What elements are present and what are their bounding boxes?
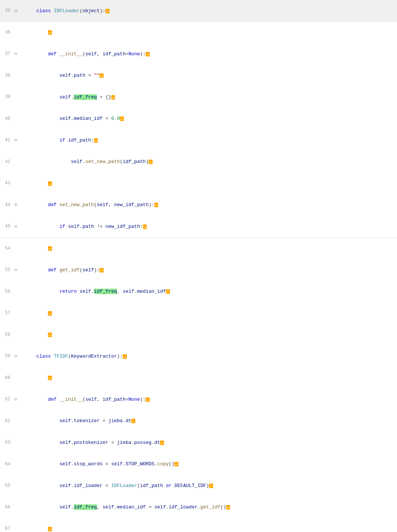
code-line-57: 57 ↵ [0, 302, 397, 324]
code-line-39: 39 self.idf_freq = {}↵ [0, 86, 397, 108]
code-line-42: 42 self.set_new_path(idf_path)↵ [0, 151, 397, 173]
code-line-54: 54 ↵ [0, 238, 397, 260]
fold-button[interactable]: ⊟ [13, 138, 18, 143]
fold-button [13, 310, 18, 316]
code-line-45: 45 ⊟ if self.path != new_idf_path:↵ [0, 216, 397, 238]
line-number: 40 [0, 115, 13, 122]
fold-button[interactable]: ⊟ [13, 397, 18, 402]
line-number: 41 [0, 137, 13, 143]
line-number: 45 [0, 223, 13, 230]
code-line-40: 40 self.median_idf = 0.0↵ [0, 108, 397, 130]
code-line-38: 38 self.path = ""↵ [0, 65, 397, 87]
fold-button[interactable]: ⊟ [13, 51, 18, 57]
line-content: self.postokenizer = jieba.posseg.dt↵ [18, 432, 397, 453]
fold-button [13, 94, 18, 100]
line-content: self.idf_freq, self.median_idf = self.id… [18, 497, 397, 518]
code-line-63: 63 self.postokenizer = jieba.posseg.dt↵ [0, 432, 397, 453]
line-number: 35 [0, 7, 13, 14]
line-content: class TFIDF(KeywordExtractor):↵ [18, 345, 397, 367]
fold-button[interactable]: ⊟ [13, 267, 18, 273]
line-number: 39 [0, 94, 13, 100]
code-line-66: 66 self.idf_freq, self.median_idf = self… [0, 497, 397, 518]
line-content: def __init__(self, idf_path=None):↵ [18, 389, 397, 410]
fold-button [13, 483, 18, 488]
line-content: ↵ [18, 238, 397, 260]
fold-button [13, 181, 18, 186]
fold-button[interactable]: ⊟ [13, 8, 18, 14]
line-content: return self.idf_freq, self.median_idf↵ [18, 281, 397, 303]
fold-button [13, 332, 18, 337]
line-content: def __init__(self, idf_path=None):↵ [18, 43, 397, 65]
line-number: 60 [0, 375, 13, 381]
code-line-41: 41 ⊟ if idf_path:↵ [0, 129, 397, 151]
line-content: ↵ [18, 367, 397, 389]
line-content: self.tokenizer = jieba.dt↵ [18, 410, 397, 432]
fold-button [13, 246, 18, 251]
line-number: 36 [0, 29, 13, 36]
fold-button [13, 159, 18, 164]
code-line-61: 61 ⊟ def __init__(self, idf_path=None):↵ [0, 389, 397, 410]
line-content: self.idf_loader = IDFLoader(idf_path or … [18, 475, 397, 497]
line-number: 61 [0, 396, 13, 403]
line-number: 38 [0, 72, 13, 79]
code-line-44: 44 ⊟ def set_new_path(self, new_idf_path… [0, 194, 397, 216]
fold-button [13, 29, 18, 35]
line-number: 42 [0, 159, 13, 165]
line-number: 65 [0, 482, 13, 489]
code-editor: 35 ⊟ class IDFLoader(object):↵ 36 ↵ 37 ⊟… [0, 0, 397, 532]
fold-button [13, 116, 18, 121]
line-number: 55 [0, 267, 13, 273]
line-number: 58 [0, 331, 13, 338]
fold-button [13, 418, 18, 424]
code-line-65: 65 self.idf_loader = IDFLoader(idf_path … [0, 475, 397, 497]
line-number: 57 [0, 310, 13, 316]
line-number: 54 [0, 245, 13, 252]
code-line-37: 37 ⊟ def __init__(self, idf_path=None):↵ [0, 43, 397, 65]
line-content: class IDFLoader(object):↵ [18, 0, 397, 22]
line-number: 67 [0, 525, 13, 532]
code-line-60: 60 ↵ [0, 367, 397, 389]
code-line-36: 36 ↵ [0, 22, 397, 44]
code-line-58: 58 ↵ [0, 324, 397, 346]
fold-button[interactable]: ⊟ [13, 202, 18, 208]
line-content: if self.path != new_idf_path:↵ [18, 216, 397, 237]
line-content: self.idf_freq = {}↵ [18, 86, 397, 108]
line-content: ↵ [18, 302, 397, 324]
line-number: 56 [0, 288, 13, 295]
line-content: def get_idf(self):↵ [18, 259, 397, 281]
code-line-59: 59 ⊟ class TFIDF(KeywordExtractor):↵ [0, 345, 397, 367]
fold-button [13, 375, 18, 380]
fold-button [13, 289, 18, 294]
fold-button[interactable]: ⊟ [13, 354, 18, 359]
line-number: 64 [0, 461, 13, 467]
fold-button [13, 504, 18, 510]
fold-button [13, 526, 18, 532]
code-line-62: 62 self.tokenizer = jieba.dt↵ [0, 410, 397, 432]
line-content: ↵ [18, 173, 397, 194]
line-content: self.set_new_path(idf_path)↵ [18, 151, 397, 173]
fold-button[interactable]: ⊟ [13, 224, 18, 229]
line-content: def set_new_path(self, new_idf_path):↵ [18, 194, 397, 216]
line-content: ↵ [18, 22, 397, 44]
fold-button [13, 73, 18, 78]
line-content: self.stop_words = self.STOP_WORDS.copy()… [18, 453, 397, 475]
line-content: ↵ [18, 518, 397, 532]
code-line-56: 56 return self.idf_freq, self.median_idf… [0, 281, 397, 303]
line-number: 59 [0, 353, 13, 359]
line-number: 43 [0, 180, 13, 187]
fold-button [13, 440, 18, 445]
code-line-55: 55 ⊟ def get_idf(self):↵ [0, 259, 397, 281]
line-number: 37 [0, 51, 13, 57]
code-line-43: 43 ↵ [0, 173, 397, 194]
fold-button [13, 461, 18, 467]
line-number: 62 [0, 418, 13, 424]
line-content: self.median_idf = 0.0↵ [18, 108, 397, 130]
code-line-67: 67 ↵ [0, 518, 397, 532]
line-content: if idf_path:↵ [18, 129, 397, 151]
line-content: self.path = ""↵ [18, 65, 397, 87]
line-number: 66 [0, 504, 13, 511]
line-number: 44 [0, 202, 13, 208]
code-line-35: 35 ⊟ class IDFLoader(object):↵ [0, 0, 397, 22]
code-line-64: 64 self.stop_words = self.STOP_WORDS.cop… [0, 453, 397, 475]
line-content: ↵ [18, 324, 397, 346]
